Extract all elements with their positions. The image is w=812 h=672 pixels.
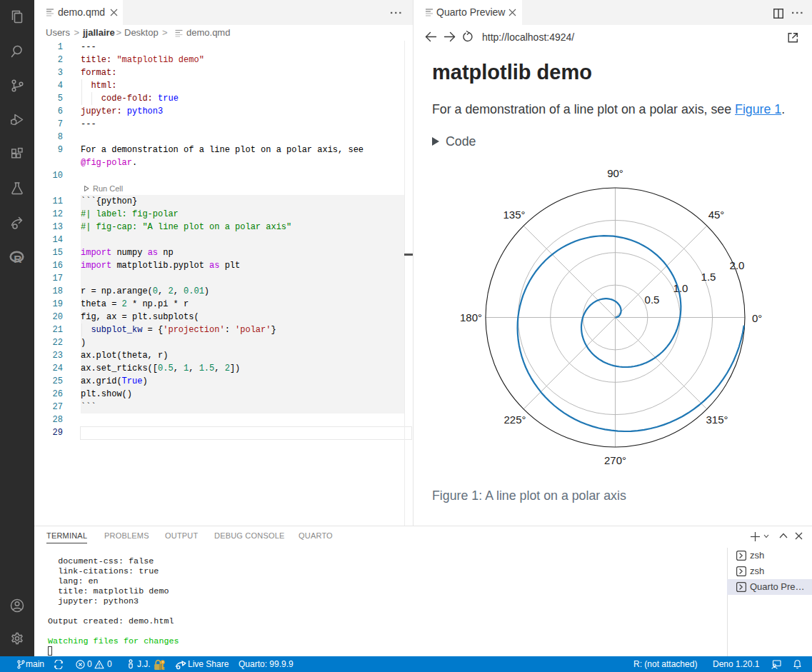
svg-text:180°: 180°	[460, 311, 482, 324]
svg-text:0.5: 0.5	[645, 294, 660, 306]
svg-text:0°: 0°	[752, 312, 762, 324]
svg-text:90°: 90°	[607, 167, 623, 179]
svg-text:45°: 45°	[708, 209, 725, 221]
svg-text:135°: 135°	[503, 209, 525, 221]
svg-text:1.0: 1.0	[673, 282, 688, 294]
svg-text:315°: 315°	[706, 413, 728, 426]
svg-text:2.0: 2.0	[730, 259, 745, 271]
svg-text:225°: 225°	[503, 413, 526, 426]
svg-text:270°: 270°	[604, 454, 626, 466]
svg-text:R: R	[14, 253, 21, 265]
svg-text:1.5: 1.5	[701, 271, 716, 283]
